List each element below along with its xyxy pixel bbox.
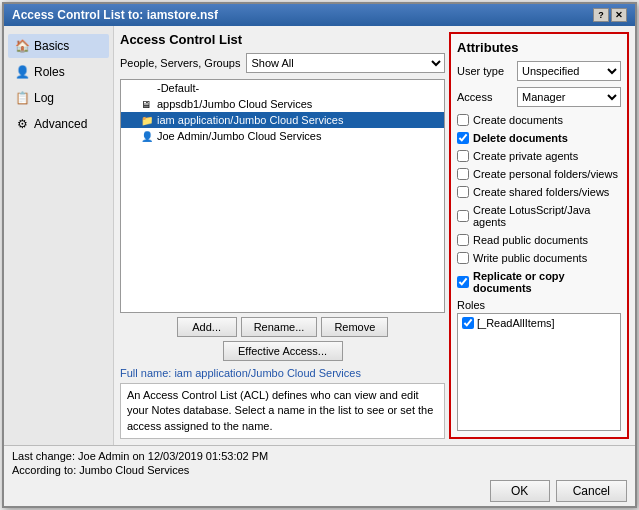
user-type-select[interactable]: Unspecified Person Server Mixed group [517, 61, 621, 81]
roles-item: [_ReadAllItems] [460, 316, 618, 330]
sidebar-item-advanced-label: Advanced [34, 117, 87, 131]
log-icon: 📋 [14, 90, 30, 106]
filter-row: People, Servers, Groups Show All [120, 53, 445, 73]
access-row: Access Manager Designer Editor Author Re… [457, 87, 621, 107]
left-col: Access Control List People, Servers, Gro… [120, 32, 445, 439]
checkbox-delete-docs-input[interactable] [457, 132, 469, 144]
roles-label: Roles [457, 299, 621, 311]
basics-icon: 🏠 [14, 38, 30, 54]
checkbox-read-public: Read public documents [457, 233, 621, 247]
bottom-buttons: OK Cancel [12, 480, 627, 502]
filter-label: People, Servers, Groups [120, 57, 240, 69]
checkbox-create-private-agents-input[interactable] [457, 150, 469, 162]
full-name-text: Full name: iam application/Jumbo Cloud S… [120, 367, 445, 379]
roles-item-label: [_ReadAllItems] [477, 317, 555, 329]
checkbox-create-personal-folders-input[interactable] [457, 168, 469, 180]
list-item-text: Joe Admin/Jumbo Cloud Services [157, 130, 321, 142]
bottom-bar: Last change: Joe Admin on 12/03/2019 01:… [4, 445, 635, 506]
dialog-title: Access Control List to: iamstore.nsf [12, 8, 218, 22]
last-change-text: Last change: Joe Admin on 12/03/2019 01:… [12, 450, 627, 462]
checkbox-create-docs-input[interactable] [457, 114, 469, 126]
checkbox-delete-docs-label: Delete documents [473, 132, 568, 144]
checkbox-replicate: Replicate or copy documents [457, 269, 621, 295]
sidebar-item-roles-label: Roles [34, 65, 65, 79]
list-item[interactable]: 🖥 appsdb1/Jumbo Cloud Services [121, 96, 444, 112]
checkbox-create-private-agents: Create private agents [457, 149, 621, 163]
attributes-panel: Attributes User type Unspecified Person … [449, 32, 629, 439]
acl-btn-row: Add... Rename... Remove [120, 317, 445, 337]
acl-section-title: Access Control List [120, 32, 445, 47]
user-type-label: User type [457, 65, 513, 77]
list-item-text: -Default- [157, 82, 199, 94]
dialog-body: 🏠 Basics 👤 Roles 📋 Log ⚙ Advanced Access [4, 26, 635, 445]
roles-section: Roles [_ReadAllItems] [457, 299, 621, 431]
remove-button[interactable]: Remove [321, 317, 388, 337]
according-to-text: According to: Jumbo Cloud Services [12, 464, 627, 476]
filter-select[interactable]: Show All [246, 53, 445, 73]
roles-item-checkbox[interactable] [462, 317, 474, 329]
layout-row: Access Control List People, Servers, Gro… [120, 32, 629, 439]
sidebar-item-basics[interactable]: 🏠 Basics [8, 34, 109, 58]
advanced-icon: ⚙ [14, 116, 30, 132]
checkbox-create-lotusscript-input[interactable] [457, 210, 469, 222]
close-button[interactable]: ✕ [611, 8, 627, 22]
ok-button[interactable]: OK [490, 480, 550, 502]
description-box: An Access Control List (ACL) defines who… [120, 383, 445, 439]
app-icon: 📁 [141, 115, 153, 126]
description-text: An Access Control List (ACL) defines who… [127, 389, 433, 432]
checkbox-create-shared-folders-label: Create shared folders/views [473, 186, 609, 198]
roles-box: [_ReadAllItems] [457, 313, 621, 431]
effective-access-row: Effective Access... [120, 341, 445, 361]
checkbox-create-lotusscript: Create LotusScript/Java agents [457, 203, 621, 229]
attributes-title: Attributes [457, 40, 621, 55]
user-type-row: User type Unspecified Person Server Mixe… [457, 61, 621, 81]
list-item[interactable]: 👤 Joe Admin/Jumbo Cloud Services [121, 128, 444, 144]
checkbox-read-public-label: Read public documents [473, 234, 588, 246]
checkbox-read-public-input[interactable] [457, 234, 469, 246]
checkbox-create-personal-folders: Create personal folders/views [457, 167, 621, 181]
add-button[interactable]: Add... [177, 317, 237, 337]
checkbox-replicate-input[interactable] [457, 276, 469, 288]
list-item[interactable]: -Default- [121, 80, 444, 96]
sidebar-item-roles[interactable]: 👤 Roles [8, 60, 109, 84]
checkbox-delete-docs: Delete documents [457, 131, 621, 145]
checkbox-write-public-input[interactable] [457, 252, 469, 264]
checkbox-create-personal-folders-label: Create personal folders/views [473, 168, 618, 180]
user-icon: 👤 [141, 131, 153, 142]
help-button[interactable]: ? [593, 8, 609, 22]
server-icon: 🖥 [141, 99, 153, 110]
title-bar: Access Control List to: iamstore.nsf ? ✕ [4, 4, 635, 26]
rename-button[interactable]: Rename... [241, 317, 318, 337]
list-item-selected[interactable]: 📁 iam application/Jumbo Cloud Services [121, 112, 444, 128]
effective-access-button[interactable]: Effective Access... [223, 341, 343, 361]
checkbox-replicate-label: Replicate or copy documents [473, 270, 621, 294]
checkbox-create-shared-folders: Create shared folders/views [457, 185, 621, 199]
main-dialog: Access Control List to: iamstore.nsf ? ✕… [2, 2, 637, 508]
access-select[interactable]: Manager Designer Editor Author Reader [517, 87, 621, 107]
checkbox-create-docs-label: Create documents [473, 114, 563, 126]
main-content: Access Control List People, Servers, Gro… [114, 26, 635, 445]
sidebar-item-log-label: Log [34, 91, 54, 105]
list-item-text: appsdb1/Jumbo Cloud Services [157, 98, 312, 110]
access-label: Access [457, 91, 513, 103]
sidebar: 🏠 Basics 👤 Roles 📋 Log ⚙ Advanced [4, 26, 114, 445]
acl-list[interactable]: -Default- 🖥 appsdb1/Jumbo Cloud Services… [120, 79, 445, 313]
checkbox-create-private-agents-label: Create private agents [473, 150, 578, 162]
title-bar-buttons: ? ✕ [593, 8, 627, 22]
sidebar-item-log[interactable]: 📋 Log [8, 86, 109, 110]
list-item-text: iam application/Jumbo Cloud Services [157, 114, 343, 126]
checkbox-write-public: Write public documents [457, 251, 621, 265]
sidebar-item-advanced[interactable]: ⚙ Advanced [8, 112, 109, 136]
checkbox-create-docs: Create documents [457, 113, 621, 127]
checkbox-create-lotusscript-label: Create LotusScript/Java agents [473, 204, 621, 228]
sidebar-item-basics-label: Basics [34, 39, 69, 53]
checkbox-create-shared-folders-input[interactable] [457, 186, 469, 198]
cancel-button[interactable]: Cancel [556, 480, 627, 502]
checkbox-write-public-label: Write public documents [473, 252, 587, 264]
roles-icon: 👤 [14, 64, 30, 80]
